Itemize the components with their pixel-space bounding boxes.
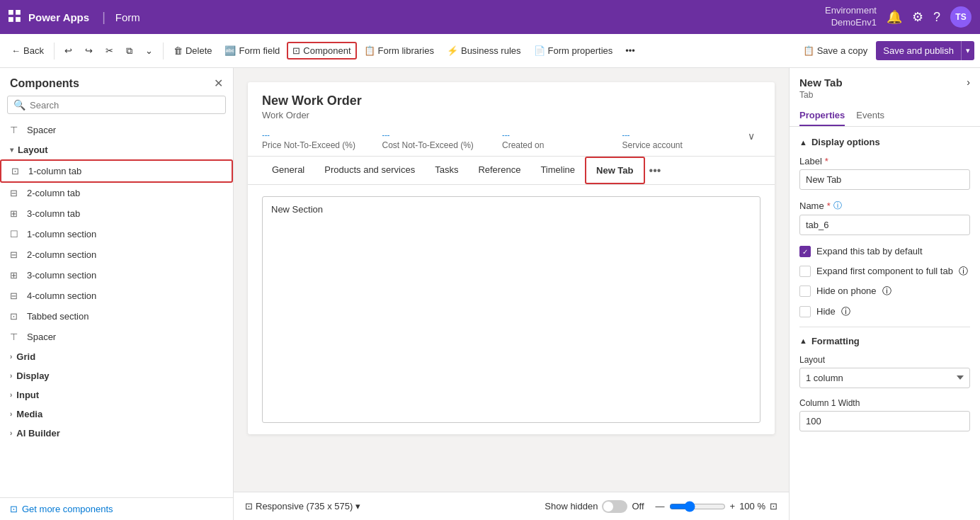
tab-reference[interactable]: Reference (468, 157, 530, 183)
sidebar-item-tabbed-section[interactable]: ⊡ Tabbed section (0, 306, 233, 327)
display-options-header[interactable]: ▲ Display options (799, 137, 970, 147)
form-section[interactable]: New Section (262, 196, 760, 423)
save-copy-icon: 📋 (803, 45, 814, 56)
sidebar-section-media[interactable]: › Media (0, 405, 233, 424)
sidebar-item-1column-section[interactable]: ☐ 1-column section (0, 224, 233, 244)
col1-width-input[interactable] (799, 411, 970, 431)
notification-bell-icon[interactable]: 🔔 (887, 9, 902, 25)
label-required-marker: * (825, 156, 828, 166)
sidebar-item-3column-section[interactable]: ⊞ 3-column section (0, 265, 233, 286)
zoom-slider[interactable] (669, 501, 726, 512)
save-publish-split-button[interactable]: Save and publish ▾ (876, 41, 974, 60)
copy-button[interactable]: ⧉ (120, 42, 138, 60)
expand-tab-default-checkbox[interactable] (799, 246, 811, 257)
sidebar-item-3column-tab[interactable]: ⊞ 3-column tab (0, 203, 233, 224)
save-copy-button[interactable]: 📋 Save a copy (797, 42, 874, 60)
right-panel-header: New Tab Tab › (790, 68, 980, 100)
toolbar: ← Back ↩ ↪ ✂ ⧉ ⌄ 🗑 Delete 🔤 Form field ⊡… (0, 34, 980, 68)
copy-icon: ⧉ (126, 45, 132, 57)
display-options-chevron-icon: ▲ (799, 138, 807, 147)
sidebar-section-layout[interactable]: ▾ Layout (0, 140, 233, 159)
grid-section-label: Grid (16, 351, 35, 362)
tab-new-tab[interactable]: New Tab (585, 157, 645, 184)
tab-tasks[interactable]: Tasks (425, 157, 468, 183)
business-rules-icon: ⚡ (447, 45, 458, 56)
right-panel-tab-events[interactable]: Events (856, 106, 884, 126)
save-publish-label[interactable]: Save and publish (876, 41, 962, 60)
help-question-icon[interactable]: ? (933, 10, 940, 25)
display-section-label: Display (16, 371, 49, 381)
user-avatar[interactable]: TS (950, 6, 972, 28)
name-input[interactable] (799, 215, 970, 235)
hide-on-phone-info-icon[interactable]: ⓘ (882, 285, 891, 298)
sidebar-item-2column-section[interactable]: ⊟ 2-column section (0, 244, 233, 265)
more-options-button[interactable]: ••• (620, 42, 641, 60)
sidebar-section-grid[interactable]: › Grid (0, 347, 233, 366)
right-panel-expand-icon[interactable]: › (967, 77, 970, 88)
right-panel-tab-properties[interactable]: Properties (799, 106, 845, 126)
grid-menu-icon[interactable] (8, 10, 21, 25)
sidebar-item-4column-section[interactable]: ⊟ 4-column section (0, 286, 233, 306)
sidebar-item-label: 2-column tab (27, 188, 80, 198)
toggle-knob (603, 502, 613, 511)
hide-checkbox[interactable] (799, 306, 811, 317)
sidebar-close-button[interactable]: ✕ (214, 77, 223, 90)
expand-fields-button[interactable]: ∨ (742, 128, 760, 156)
expand-first-info-icon[interactable]: ⓘ (959, 265, 968, 278)
field-cost-label: Cost Not-To-Exceed (%) (382, 140, 494, 150)
tab-more-button[interactable]: ••• (645, 159, 666, 183)
component-button[interactable]: ⊡ Component (287, 42, 356, 60)
label-input[interactable] (799, 169, 970, 190)
redo-button[interactable]: ↪ (79, 42, 98, 60)
settings-gear-icon[interactable]: ⚙ (912, 9, 923, 25)
show-hidden-toggle[interactable] (602, 500, 627, 513)
sidebar-section-input[interactable]: › Input (0, 385, 233, 405)
responsive-selector[interactable]: ⊡ Responsive (735 x 575) ▾ (245, 501, 360, 511)
form-libraries-button[interactable]: 📋 Form libraries (358, 42, 440, 60)
form-field-button[interactable]: 🔤 Form field (219, 42, 285, 60)
undo-button[interactable]: ↩ (59, 42, 78, 60)
business-rules-button[interactable]: ⚡ Business rules (441, 42, 527, 60)
sidebar-section-aibuilder[interactable]: › AI Builder (0, 424, 233, 443)
canvas-scroll[interactable]: New Work Order Work Order --- Price Not-… (234, 68, 789, 492)
sidebar-item-label: 4-column section (27, 290, 96, 301)
paste-more-button[interactable]: ⌄ (139, 42, 159, 60)
zoom-minus-button[interactable]: — (656, 501, 665, 511)
name-info-icon[interactable]: ⓘ (833, 200, 842, 212)
tab-timeline[interactable]: Timeline (530, 157, 585, 183)
form-properties-button[interactable]: 📄 Form properties (528, 42, 619, 60)
cut-button[interactable]: ✂ (100, 42, 119, 60)
sidebar-item-spacer[interactable]: ⊤ Spacer (0, 327, 233, 347)
sidebar-item-label: 1-column section (27, 229, 96, 239)
expand-first-component-row: Expand first component to full tab ⓘ (799, 265, 970, 278)
zoom-fit-icon[interactable]: ⊡ (770, 501, 777, 511)
delete-button[interactable]: 🗑 Delete (168, 42, 218, 60)
svg-rect-0 (8, 10, 13, 15)
layout-select[interactable]: 1 column 2 columns 3 columns (799, 368, 970, 388)
expand-first-component-checkbox[interactable] (799, 266, 811, 277)
tab-products-services[interactable]: Products and services (314, 157, 425, 183)
sidebar-section-display[interactable]: › Display (0, 366, 233, 385)
get-more-components-link[interactable]: ⊡ Get more components (10, 504, 223, 514)
back-button[interactable]: ← Back (6, 42, 50, 60)
3col-tab-icon: ⊞ (10, 208, 21, 219)
sidebar-item-label: 3-column tab (27, 208, 80, 219)
sidebar-item-spacer-top[interactable]: ⊤ Spacer (0, 120, 233, 140)
hide-on-phone-label: Hide on phone (816, 285, 877, 298)
formatting-label: Formatting (811, 336, 860, 346)
sidebar-search-container[interactable]: 🔍 (7, 96, 226, 114)
formatting-header[interactable]: ▲ Formatting (799, 336, 970, 346)
sidebar-item-2column-tab[interactable]: ⊟ 2-column tab (0, 183, 233, 203)
hide-info-icon[interactable]: ⓘ (841, 305, 850, 318)
sidebar: Components ✕ 🔍 ⊤ Spacer ▾ Layout ⊡ 1-col… (0, 68, 234, 520)
zoom-plus-button[interactable]: + (730, 501, 736, 511)
responsive-label: Responsive (735 x 575) (256, 501, 353, 511)
hide-on-phone-checkbox[interactable] (799, 286, 811, 297)
hide-label: Hide (816, 305, 836, 318)
more-dots-icon: ••• (625, 45, 635, 56)
sidebar-item-1column-tab[interactable]: ⊡ 1-column tab (0, 159, 233, 183)
search-input[interactable] (30, 100, 220, 111)
save-publish-dropdown-icon[interactable]: ▾ (962, 42, 974, 60)
tab-general[interactable]: General (262, 157, 314, 183)
expand-first-component-label: Expand first component to full tab (816, 265, 953, 278)
